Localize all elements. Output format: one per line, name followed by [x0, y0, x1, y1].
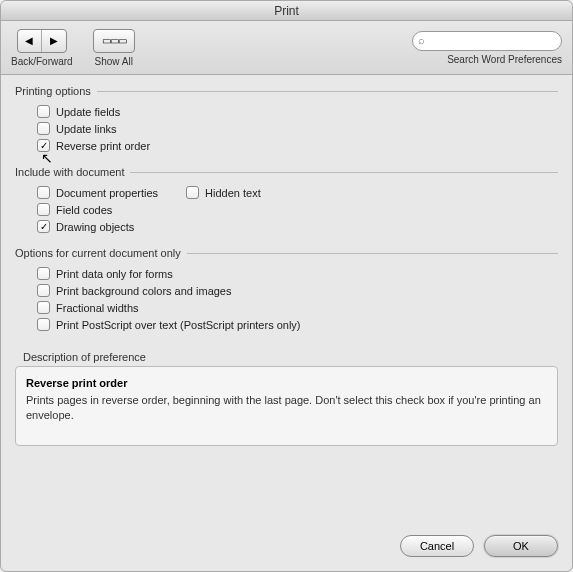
cursor-icon: ↖ — [41, 150, 53, 166]
triangle-right-icon: ▶ — [50, 35, 58, 46]
checkbox-label: Fractional widths — [56, 302, 139, 314]
checkbox-icon — [37, 318, 50, 331]
print-bg-colors-checkbox[interactable]: Print background colors and images — [37, 284, 558, 297]
search-icon: ⌕ — [418, 34, 425, 46]
document-properties-checkbox[interactable]: Document properties — [37, 186, 158, 199]
printing-options-section: Printing options Update fields Update li… — [15, 85, 558, 152]
update-fields-checkbox[interactable]: Update fields — [37, 105, 558, 118]
footer: Cancel OK — [1, 525, 572, 571]
include-with-document-section: Include with document Document propertie… — [15, 166, 558, 233]
description-box: Reverse print order Prints pages in reve… — [15, 366, 558, 446]
checkbox-icon — [37, 203, 50, 216]
checkbox-label: Reverse print order — [56, 140, 150, 152]
description-body: Prints pages in reverse order, beginning… — [26, 393, 547, 424]
fractional-widths-checkbox[interactable]: Fractional widths — [37, 301, 558, 314]
update-links-checkbox[interactable]: Update links — [37, 122, 558, 135]
checkbox-icon — [37, 105, 50, 118]
search-field-container: ⌕ — [412, 31, 562, 51]
reverse-print-order-checkbox[interactable]: ✓ Reverse print order ↖ — [37, 139, 558, 152]
toolbar: ◀ ▶ Back/Forward ▭▭▭ Show All ⌕ Search W… — [1, 21, 572, 75]
checkbox-label: Print background colors and images — [56, 285, 231, 297]
checkbox-icon — [37, 284, 50, 297]
titlebar: Print — [1, 1, 572, 21]
show-all-button[interactable]: ▭▭▭ — [93, 29, 135, 53]
checkbox-icon: ✓ — [37, 220, 50, 233]
show-all-group: ▭▭▭ Show All — [93, 29, 135, 67]
checkbox-label: Update fields — [56, 106, 120, 118]
show-all-icon: ▭▭▭ — [102, 35, 126, 46]
content-area: Printing options Update fields Update li… — [1, 75, 572, 525]
triangle-left-icon: ◀ — [25, 35, 33, 46]
forward-button[interactable]: ▶ — [42, 30, 66, 52]
description-heading: Reverse print order — [26, 377, 547, 389]
search-label: Search Word Preferences — [447, 54, 562, 65]
checkbox-label: Update links — [56, 123, 117, 135]
checkbox-icon — [37, 301, 50, 314]
print-preferences-window: Print ◀ ▶ Back/Forward ▭▭▭ Show All ⌕ Se… — [0, 0, 573, 572]
show-all-label: Show All — [95, 56, 133, 67]
back-forward-group: ◀ ▶ Back/Forward — [11, 29, 73, 67]
search-input[interactable] — [433, 32, 555, 50]
search-group: ⌕ Search Word Preferences — [412, 31, 562, 65]
hidden-text-checkbox[interactable]: Hidden text — [186, 186, 261, 199]
options-current-doc-section: Options for current document only Print … — [15, 247, 558, 331]
drawing-objects-checkbox[interactable]: ✓ Drawing objects — [37, 220, 558, 233]
back-forward-segmented: ◀ ▶ — [17, 29, 67, 53]
section-title: Include with document — [15, 166, 558, 178]
window-title: Print — [274, 4, 299, 18]
checkbox-label: Hidden text — [205, 187, 261, 199]
checkbox-label: Print PostScript over text (PostScript p… — [56, 319, 301, 331]
checkbox-label: Field codes — [56, 204, 112, 216]
section-title: Options for current document only — [15, 247, 558, 259]
back-button[interactable]: ◀ — [18, 30, 42, 52]
back-forward-label: Back/Forward — [11, 56, 73, 67]
checkbox-label: Print data only for forms — [56, 268, 173, 280]
checkbox-icon: ✓ — [37, 139, 50, 152]
cancel-button[interactable]: Cancel — [400, 535, 474, 557]
checkbox-icon — [37, 186, 50, 199]
checkbox-icon — [186, 186, 199, 199]
print-postscript-checkbox[interactable]: Print PostScript over text (PostScript p… — [37, 318, 558, 331]
section-title: Printing options — [15, 85, 558, 97]
description-section: Description of preference Reverse print … — [15, 351, 558, 446]
checkbox-label: Document properties — [56, 187, 158, 199]
description-section-title: Description of preference — [15, 351, 558, 363]
checkbox-label: Drawing objects — [56, 221, 134, 233]
checkbox-icon — [37, 122, 50, 135]
ok-button[interactable]: OK — [484, 535, 558, 557]
checkbox-icon — [37, 267, 50, 280]
print-data-forms-checkbox[interactable]: Print data only for forms — [37, 267, 558, 280]
field-codes-checkbox[interactable]: Field codes — [37, 203, 558, 216]
